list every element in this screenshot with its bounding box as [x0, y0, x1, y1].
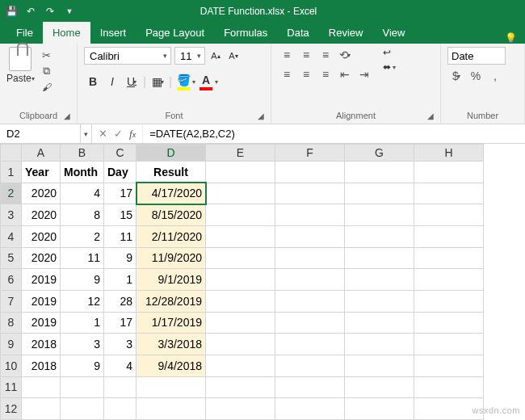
cell-D2[interactable]: 4/17/2020	[136, 183, 206, 204]
align-center-button[interactable]: ≡	[297, 66, 315, 82]
tab-home[interactable]: Home	[43, 22, 90, 44]
cell-D6[interactable]: 9/1/2019	[136, 269, 206, 291]
cell-E2[interactable]	[206, 183, 275, 204]
cell-C7[interactable]: 28	[104, 290, 136, 312]
cell-A2[interactable]: 2020	[22, 183, 61, 204]
cell-H6[interactable]	[414, 269, 484, 291]
cell-E7[interactable]	[206, 290, 275, 312]
cell-F8[interactable]	[275, 312, 345, 334]
name-box-dropdown[interactable]: ▾	[81, 124, 92, 143]
cell-G11[interactable]	[345, 376, 414, 398]
cell-B6[interactable]: 9	[61, 269, 104, 291]
font-size-combo[interactable]: ▾	[174, 47, 205, 65]
cell-H1[interactable]	[414, 162, 484, 183]
cell-F1[interactable]	[275, 162, 345, 183]
decrease-indent-button[interactable]: ⇤	[336, 66, 354, 82]
cell-F10[interactable]	[275, 355, 345, 376]
cell-B1[interactable]: Month	[61, 162, 104, 183]
cell-F4[interactable]	[275, 225, 345, 247]
cell-D7[interactable]: 12/28/2019	[136, 290, 206, 312]
name-box[interactable]	[0, 124, 81, 143]
col-header-H[interactable]: H	[414, 145, 484, 162]
cell-C5[interactable]: 9	[104, 247, 136, 269]
cell-C8[interactable]: 17	[104, 312, 136, 334]
font-launcher-icon[interactable]: ◢	[258, 111, 264, 120]
cell-A5[interactable]: 2020	[22, 247, 61, 269]
cell-H2[interactable]	[414, 183, 484, 204]
cell-E3[interactable]	[206, 204, 275, 226]
cell-B8[interactable]: 1	[61, 312, 104, 334]
col-header-D[interactable]: D	[136, 145, 206, 162]
cell-G5[interactable]	[345, 247, 414, 269]
tab-page-layout[interactable]: Page Layout	[136, 22, 214, 44]
tell-me-icon[interactable]: 💡	[505, 32, 517, 44]
cell-G8[interactable]	[345, 312, 414, 334]
cell-B5[interactable]: 11	[61, 247, 104, 269]
cell-E1[interactable]	[206, 162, 275, 183]
col-header-E[interactable]: E	[206, 145, 275, 162]
merge-center-button[interactable]: ⬌▾	[383, 61, 396, 73]
cell-C4[interactable]: 11	[104, 225, 136, 247]
row-header-11[interactable]: 11	[1, 376, 22, 398]
cell-G6[interactable]	[345, 269, 414, 291]
cell-H3[interactable]	[414, 204, 484, 226]
align-right-button[interactable]: ≡	[317, 66, 334, 82]
row-header-8[interactable]: 8	[1, 312, 22, 334]
col-header-B[interactable]: B	[61, 145, 104, 162]
cell-F5[interactable]	[275, 247, 345, 269]
font-name-combo[interactable]: ▾	[84, 47, 171, 65]
cell-H4[interactable]	[414, 225, 484, 247]
cell-B2[interactable]: 4	[61, 183, 104, 204]
orientation-button[interactable]: ⟲▾	[336, 47, 354, 63]
paste-icon[interactable]	[9, 47, 32, 71]
cell-D12[interactable]	[136, 398, 206, 420]
worksheet[interactable]: A B C D E F G H 1YearMonthDayResult22020…	[0, 144, 525, 420]
cell-G7[interactable]	[345, 290, 414, 312]
cell-D1[interactable]: Result	[136, 162, 206, 183]
cell-F12[interactable]	[275, 398, 345, 420]
cell-F9[interactable]	[275, 334, 345, 355]
cell-D8[interactable]: 1/17/2019	[136, 312, 206, 334]
comma-format-button[interactable]: ,	[486, 68, 504, 84]
clipboard-launcher-icon[interactable]: ◢	[64, 111, 70, 120]
row-header-12[interactable]: 12	[1, 398, 22, 420]
formula-input[interactable]	[148, 127, 520, 141]
cell-D9[interactable]: 3/3/2018	[136, 334, 206, 355]
cell-C2[interactable]: 17	[104, 183, 136, 204]
row-header-4[interactable]: 4	[1, 225, 22, 247]
cell-A3[interactable]: 2020	[22, 204, 61, 226]
cell-F11[interactable]	[275, 376, 345, 398]
borders-button[interactable]: ▦▾	[149, 73, 166, 90]
font-name-input[interactable]	[88, 49, 160, 63]
increase-indent-button[interactable]: ⇥	[355, 66, 373, 82]
cell-E9[interactable]	[206, 334, 275, 355]
row-header-10[interactable]: 10	[1, 355, 22, 376]
cell-B4[interactable]: 2	[61, 225, 104, 247]
cell-H10[interactable]	[414, 355, 484, 376]
cell-D11[interactable]	[136, 376, 206, 398]
cell-E5[interactable]	[206, 247, 275, 269]
cell-G1[interactable]	[345, 162, 414, 183]
cell-A7[interactable]: 2019	[22, 290, 61, 312]
cell-D3[interactable]: 8/15/2020	[136, 204, 206, 226]
cell-B9[interactable]: 3	[61, 334, 104, 355]
cell-H9[interactable]	[414, 334, 484, 355]
cell-H8[interactable]	[414, 312, 484, 334]
row-header-2[interactable]: 2	[1, 183, 22, 204]
cell-H7[interactable]	[414, 290, 484, 312]
cell-G4[interactable]	[345, 225, 414, 247]
select-all-corner[interactable]	[1, 145, 22, 162]
cell-A6[interactable]: 2019	[22, 269, 61, 291]
cell-H5[interactable]	[414, 247, 484, 269]
cell-C12[interactable]	[104, 398, 136, 420]
cancel-formula-icon[interactable]: ✕	[99, 128, 107, 140]
cell-C10[interactable]: 4	[104, 355, 136, 376]
qat-customize-icon[interactable]: ▼	[63, 5, 76, 18]
cell-G3[interactable]	[345, 204, 414, 226]
cell-B7[interactable]: 12	[61, 290, 104, 312]
tab-view[interactable]: View	[372, 22, 414, 44]
shrink-font-button[interactable]: A▾	[226, 47, 241, 65]
cell-E10[interactable]	[206, 355, 275, 376]
grow-font-button[interactable]: A▴	[208, 47, 223, 65]
cell-A12[interactable]	[22, 398, 61, 420]
